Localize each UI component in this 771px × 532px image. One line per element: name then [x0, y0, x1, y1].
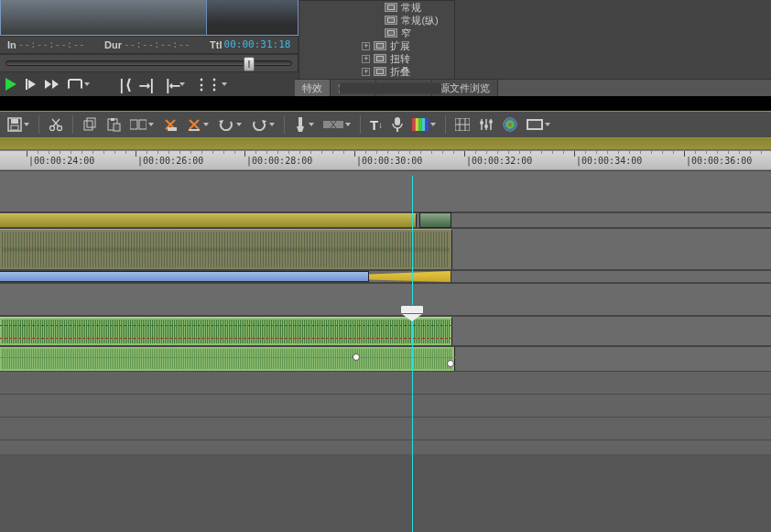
tree-item[interactable]: +折叠 [303, 65, 451, 78]
in-label: In [7, 39, 16, 50]
svg-rect-12 [168, 127, 177, 131]
folder-icon [385, 16, 397, 25]
fast-forward-button[interactable] [45, 80, 59, 89]
track-gap-top[interactable] [0, 170, 771, 212]
paste-button[interactable] [106, 117, 121, 132]
razor-button[interactable] [294, 117, 314, 132]
folder-icon [374, 54, 386, 63]
audio-clip-1[interactable] [0, 229, 452, 269]
preview-monitor[interactable] [0, 0, 299, 36]
audio-clip-2[interactable] [0, 271, 369, 282]
video-clip-thumbnail[interactable] [419, 212, 451, 228]
ripple-delete-button[interactable] [163, 117, 178, 132]
svg-rect-15 [395, 117, 400, 125]
expand-icon[interactable]: + [362, 42, 370, 50]
keyframe[interactable] [447, 360, 454, 367]
trim-tool-button[interactable]: ⋮⋮ [194, 76, 227, 93]
shuttle-grip[interactable] [244, 57, 255, 71]
save-button[interactable] [7, 117, 29, 132]
layout-button[interactable] [527, 119, 550, 130]
right-empty-area: 特效素材库序列标记源文件浏览 [455, 0, 771, 96]
tab-browser[interactable]: 源文件浏览 [432, 80, 498, 96]
tree-item[interactable]: +扩展 [303, 39, 451, 52]
copy-button[interactable] [82, 117, 97, 132]
top-area: In--:--:--:-- Dur--:--:--:-- Ttl00:00:31… [0, 0, 771, 96]
redo-button[interactable] [251, 118, 275, 131]
svg-rect-13 [299, 117, 302, 126]
dur-value: --:--:--:-- [124, 38, 190, 50]
audio-track-4[interactable] [0, 346, 771, 372]
tree-item[interactable]: 常规(纵) [303, 14, 451, 27]
expand-icon[interactable]: + [362, 68, 370, 76]
envelope-line[interactable] [0, 325, 452, 326]
svg-rect-22 [426, 118, 429, 131]
transition-button[interactable] [323, 119, 351, 130]
tree-item-label: 窄 [401, 27, 411, 40]
svg-rect-5 [84, 121, 92, 130]
track-gap-mid[interactable] [0, 283, 771, 316]
audio-track-2[interactable] [0, 270, 771, 283]
marker-track[interactable] [0, 138, 771, 150]
envelope-line[interactable] [0, 338, 452, 339]
audio-clip-3[interactable] [0, 317, 452, 345]
color-bars-button[interactable] [412, 118, 436, 131]
tree-item[interactable]: +扭转 [303, 52, 451, 65]
tree-item-label: 扩展 [390, 39, 410, 53]
svg-rect-10 [130, 120, 137, 129]
time-ruler[interactable]: |00:00:24:00|00:00:26:00|00:00:28:00|00:… [0, 150, 771, 170]
waveform-icon [2, 320, 450, 343]
svg-rect-9 [114, 124, 120, 131]
svg-point-25 [489, 120, 493, 124]
tree-item-label: 扭转 [390, 52, 410, 66]
step-forward-button[interactable] [26, 79, 36, 90]
divider-black [0, 96, 771, 111]
svg-rect-18 [412, 118, 416, 131]
svg-rect-6 [87, 118, 95, 127]
expand-icon[interactable]: + [362, 55, 370, 63]
audio-fade-transition[interactable] [369, 271, 451, 282]
mark-in-button[interactable]: ⟶| [140, 76, 154, 93]
audio-track-3[interactable] [0, 316, 771, 346]
tree-item-label: 常规(纵) [401, 14, 438, 27]
tree-item[interactable]: 窄 [303, 27, 451, 39]
undo-button[interactable] [218, 118, 242, 131]
shuttle-slider[interactable] [5, 60, 292, 66]
keyframe[interactable] [353, 353, 360, 361]
folder-icon [385, 28, 397, 38]
empty-tracks[interactable] [0, 372, 771, 454]
playhead-line[interactable] [412, 176, 413, 532]
prev-edit-button[interactable]: |⟨ [117, 76, 131, 93]
waveform-icon [2, 349, 452, 369]
svg-rect-21 [422, 118, 426, 131]
svg-rect-1 [11, 119, 18, 124]
preview-column: In--:--:--:-- Dur--:--:--:-- Ttl00:00:31… [0, 0, 299, 96]
title-button[interactable]: T↓ [370, 117, 383, 133]
svg-rect-11 [139, 120, 147, 129]
volume-envelope[interactable] [0, 357, 455, 358]
video-clip[interactable] [0, 213, 417, 227]
ttl-label: Ttl [210, 39, 222, 50]
audio-track-1[interactable] [0, 228, 771, 270]
grid-button[interactable] [455, 118, 470, 131]
loop-button[interactable] [68, 79, 90, 90]
shuttle-slider-row [0, 54, 299, 72]
tab-fx[interactable]: 特效 [295, 80, 331, 96]
svg-rect-29 [528, 121, 541, 128]
tree-item-label: 折叠 [390, 65, 410, 79]
audio-clip-4[interactable] [0, 347, 455, 371]
tree-item[interactable]: 常规 [303, 1, 451, 14]
timeline: |00:00:24:00|00:00:26:00|00:00:28:00|00:… [0, 138, 771, 454]
svg-point-27 [504, 118, 516, 131]
effects-tree[interactable]: 常规常规(纵)窄+扩展+扭转+折叠 [299, 1, 454, 81]
tree-item-label: 常规 [401, 1, 421, 15]
voiceover-button[interactable] [392, 117, 403, 132]
cut-button[interactable] [49, 117, 63, 132]
mark-out-button[interactable]: |⟵ [164, 76, 185, 93]
play-button[interactable] [5, 78, 16, 91]
video-track-1[interactable] [0, 212, 771, 228]
delete-gap-button[interactable] [187, 117, 209, 132]
vectorscope-button[interactable] [503, 117, 517, 132]
storyboard-button[interactable] [130, 118, 154, 131]
mixer-button[interactable] [479, 117, 494, 132]
folder-icon [374, 67, 386, 76]
